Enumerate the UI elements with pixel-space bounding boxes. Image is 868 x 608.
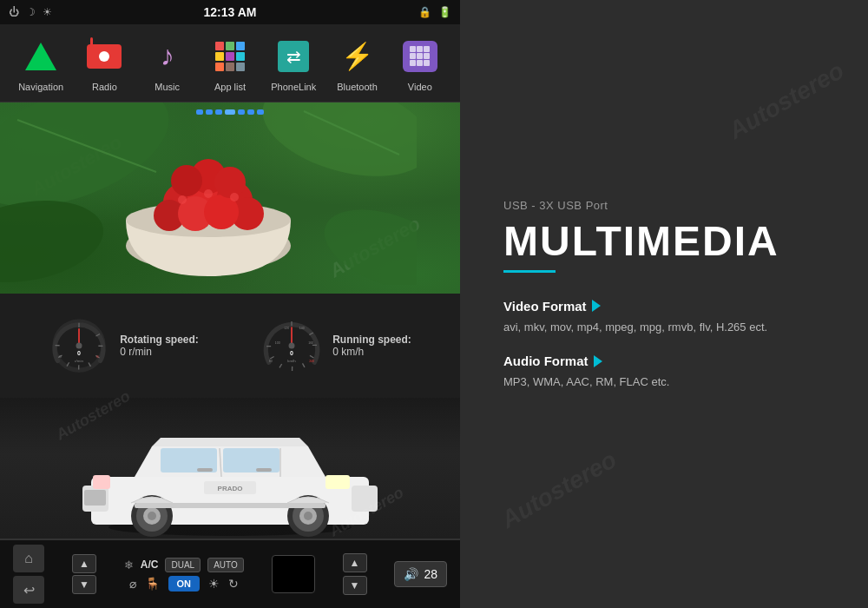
rotating-gauge: 0 r/min 0 6 (49, 315, 109, 376)
nav-item-music[interactable]: ♪ Music (146, 35, 189, 92)
applist-icon (215, 42, 245, 71)
nav-label-radio: Radio (92, 82, 117, 92)
svg-point-3 (313, 194, 417, 285)
bluetooth-icon: ⚡ (341, 41, 373, 71)
ac-label: A/C (141, 558, 159, 571)
ac-on-button[interactable]: ON (168, 576, 201, 591)
svg-rect-60 (84, 490, 106, 506)
svg-text:140: 140 (299, 327, 305, 330)
running-gauge-info: Running speed: 0 km/h (332, 334, 411, 358)
gauges-section: 0 r/min 0 6 Rotating speed: 0 r/min (0, 294, 460, 398)
svg-point-1 (252, 102, 417, 193)
svg-text:0: 0 (290, 350, 293, 356)
raspberry-svg (0, 102, 417, 285)
audio-format-heading: Audio Format (503, 354, 589, 368)
dot-6 (247, 109, 254, 115)
svg-text:PRADO: PRADO (218, 485, 243, 492)
radio-icon-wrapper (82, 35, 126, 78)
running-gauge-value: 0 km/h (332, 346, 411, 358)
svg-line-42 (291, 367, 294, 371)
svg-rect-59 (352, 486, 378, 512)
temp-left-down[interactable]: ▼ (72, 575, 96, 594)
ac-icons-row: ⌀ 🪑 ON ☀ ↻ (129, 576, 240, 591)
volume-value: 28 (424, 567, 437, 581)
nav-bar: Navigation Radio ♪ Music (0, 24, 460, 102)
ac-controls: ❄ A/C DUAL AUTO ⌀ 🪑 ON ☀ ↻ (124, 558, 244, 591)
svg-line-43 (279, 364, 282, 367)
audio-format-section: Audio Format MP3, WMA, AAC, RM, FLAC etc… (503, 354, 825, 392)
temp-left-stepper: ▲ ▼ (72, 554, 96, 594)
volume-section: 🔊 28 (394, 561, 447, 587)
brightness-icon: ☀ (43, 6, 52, 18)
right-panel: Autostereo Autostereo USB - 3X USB Port … (460, 0, 868, 608)
video-icon (403, 41, 437, 72)
svg-text:80: 80 (269, 360, 273, 363)
home-icon: ⌂ (24, 551, 33, 566)
power-icon: ⏻ (9, 6, 19, 18)
svg-point-2 (0, 189, 109, 285)
title-underline (503, 270, 556, 273)
svg-text:240: 240 (309, 360, 314, 363)
running-gauge: 0 km/h 80 100 120 140 160 240 (261, 315, 322, 376)
nav-label-applist: App list (214, 82, 246, 92)
svg-point-19 (204, 189, 213, 198)
nav-label-video: Video (408, 82, 432, 92)
dot-4 (225, 109, 235, 115)
car-svg: PRADO (74, 399, 386, 538)
navigation-icon-wrapper (19, 35, 62, 78)
dot-3 (215, 109, 222, 115)
bluetooth-icon-wrapper: ⚡ (336, 35, 379, 78)
music-icon: ♪ (161, 40, 174, 72)
bottom-bar: ⌂ ↩ ▲ ▼ ❄ A/C DUAL AUTO ⌀ 🪑 ON ☀ (0, 539, 460, 608)
fan-up-button[interactable]: ▲ (343, 553, 367, 572)
svg-rect-78 (197, 468, 213, 472)
nav-label-bluetooth: Bluetooth (337, 82, 377, 92)
usb-label: USB - 3X USB Port (503, 199, 825, 212)
nav-item-applist[interactable]: App list (208, 35, 252, 92)
radio-icon (87, 44, 122, 69)
svg-point-16 (171, 165, 202, 196)
status-right-icons: 🔒 🔋 (418, 6, 451, 18)
svg-text:100: 100 (275, 341, 280, 345)
running-gauge-label: Running speed: (332, 334, 411, 346)
fan-down-button[interactable]: ▼ (343, 576, 367, 595)
dual-button[interactable]: DUAL (165, 558, 201, 572)
temp-right-area (272, 555, 315, 593)
home-button[interactable]: ⌂ (13, 545, 44, 572)
rotating-gauge-label: Rotating speed: (120, 334, 199, 346)
volume-display: 🔊 28 (394, 561, 447, 587)
nav-item-bluetooth[interactable]: ⚡ Bluetooth (336, 35, 379, 92)
status-left-icons: ⏻ ☽ ☀ (9, 6, 52, 18)
music-icon-wrapper: ♪ (146, 35, 189, 78)
left-panel: ⏻ ☽ ☀ 12:13 AM 🔒 🔋 Navigation Radio (0, 0, 460, 608)
video-format-title-row: Video Format (503, 299, 825, 314)
back-button[interactable]: ↩ (13, 576, 44, 604)
defrost-icon: ☀ (208, 577, 220, 591)
dot-5 (238, 109, 245, 115)
right-watermark-1: Autostereo (724, 56, 849, 145)
auto-button[interactable]: AUTO (207, 558, 244, 572)
nav-label-music: Music (155, 82, 180, 92)
rotating-gauge-svg: 0 r/min 0 6 (49, 315, 109, 376)
ac-icon: ❄ (124, 558, 134, 572)
svg-point-74 (304, 512, 312, 520)
back-icon: ↩ (23, 582, 35, 598)
svg-point-47 (289, 343, 295, 349)
nav-item-video[interactable]: Video (398, 35, 442, 92)
temp-left-control: ▲ ▼ (72, 554, 96, 594)
seat-heat-icon: 🪑 (145, 577, 160, 591)
svg-rect-77 (135, 503, 326, 508)
temp-left-up[interactable]: ▲ (72, 554, 96, 573)
svg-point-20 (230, 193, 239, 202)
nav-item-radio[interactable]: Radio (82, 35, 126, 92)
recirculate-icon: ↻ (228, 577, 239, 591)
nav-item-navigation[interactable]: Navigation (18, 35, 63, 92)
audio-format-arrow (594, 355, 602, 367)
nav-item-phonelink[interactable]: ⇄ PhoneLink (271, 35, 316, 92)
rotating-gauge-info: Rotating speed: 0 r/min (120, 334, 199, 358)
rotating-gauge-value: 0 r/min (120, 346, 199, 358)
svg-text:160: 160 (308, 341, 313, 345)
running-gauge-container: 0 km/h 80 100 120 140 160 240 Running sp… (261, 315, 411, 376)
svg-point-17 (214, 167, 246, 198)
svg-rect-66 (93, 475, 110, 489)
